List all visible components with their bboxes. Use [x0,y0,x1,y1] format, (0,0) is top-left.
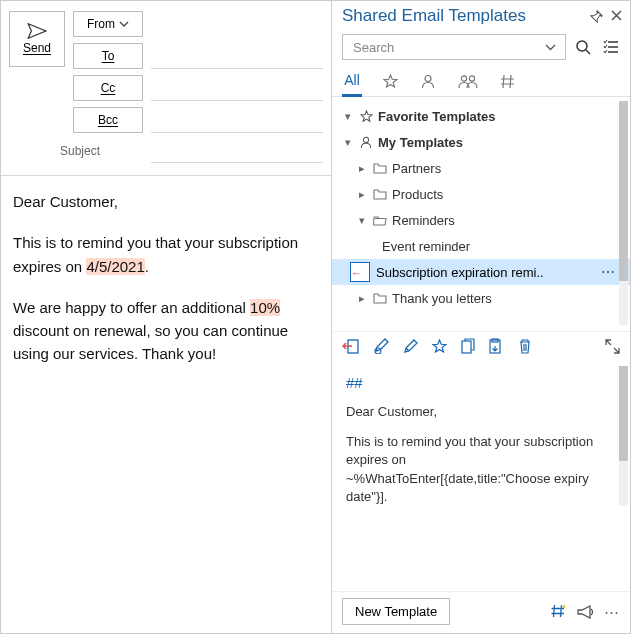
svg-point-2 [461,75,466,80]
chevron-down-icon: ▾ [356,214,368,227]
svg-point-1 [425,75,431,81]
tree-label: My Templates [378,135,630,150]
tree-node-my[interactable]: ▾ My Templates [332,129,630,155]
folder-open-icon [372,214,388,226]
tree-item-subscription-reminder[interactable]: ← Subscription expiration remi.. ⋯ [332,259,630,285]
people-icon [458,74,478,89]
search-icon[interactable] [572,36,594,58]
highlighted-percent: 10% [250,299,280,316]
svg-point-3 [469,75,474,80]
panel-header: Shared Email Templates [332,1,630,30]
tree-label: Products [392,187,630,202]
tree-item-event-reminder[interactable]: Event reminder [332,233,630,259]
send-label: Send [23,41,51,55]
tree-node-reminders[interactable]: ▾ Reminders [332,207,630,233]
tab-favorites[interactable] [380,70,400,95]
more-icon[interactable]: ⋯ [604,603,620,621]
copy-button[interactable] [461,338,475,354]
tree-label: Partners [392,161,630,176]
tree-node-products[interactable]: ▸ Products [332,181,630,207]
subject-input[interactable] [151,139,323,163]
tree-node-thankyou[interactable]: ▸ Thank you letters [332,285,630,311]
tab-personal[interactable] [418,70,438,95]
template-preview: ## Dear Customer, This is to remind you … [332,360,630,510]
edit-pen-button[interactable] [373,338,389,354]
email-body[interactable]: Dear Customer, This is to remind you tha… [1,176,331,633]
new-template-button[interactable]: New Template [342,598,450,625]
body-paragraph: This is to remind you that your subscrip… [13,231,319,278]
chevron-right-icon: ▸ [356,162,368,175]
body-text: discount on renewal, so you can continue… [13,322,288,362]
send-button[interactable]: Send [9,11,65,67]
search-input[interactable] [351,39,539,56]
scrollbar-thumb[interactable] [619,366,628,461]
person-icon [421,74,435,89]
close-icon[interactable] [611,10,622,23]
tab-hash[interactable] [498,70,518,95]
folder-icon [372,292,388,304]
tree-node-favorite[interactable]: ▾ Favorite Templates [332,103,630,129]
cc-input[interactable] [151,75,323,101]
tree-label: Reminders [392,213,630,228]
bcc-input[interactable] [151,107,323,133]
compose-pane: Send From To Cc Bcc [1,1,332,633]
chevron-down-icon: ▾ [342,136,354,149]
folder-icon [372,162,388,174]
tree-node-partners[interactable]: ▸ Partners [332,155,630,181]
insert-icon: ← [351,267,362,279]
chevron-down-icon: ▾ [342,110,354,123]
svg-point-0 [577,41,587,51]
hash-action-icon[interactable] [551,604,567,620]
tree-label: Thank you letters [392,291,630,306]
toolbar [332,331,630,360]
insert-button[interactable] [342,339,359,354]
tree-label: Subscription expiration remi.. [376,265,630,280]
to-input[interactable] [151,43,323,69]
chevron-down-icon [119,21,129,27]
person-icon [358,136,374,149]
chevron-down-icon[interactable] [539,36,561,58]
edit-button[interactable] [403,339,418,354]
preview-scrollbar[interactable] [619,366,628,506]
delete-button[interactable] [518,338,532,354]
preview-paragraph: Dear Customer, [346,403,614,421]
favorite-button[interactable] [432,339,447,354]
highlighted-date: 4/5/2021 [86,258,144,275]
from-label: From [87,17,115,31]
star-icon [358,110,374,123]
preview-hashes: ## [346,372,614,393]
bcc-label: Bcc [98,113,118,127]
compose-header: Send From To Cc Bcc [1,1,331,133]
body-text: We are happy to offer an additional [13,299,250,316]
pin-icon[interactable] [590,10,603,23]
tab-team[interactable] [456,70,480,95]
scrollbar-thumb[interactable] [619,101,628,281]
announce-icon[interactable] [577,605,594,619]
from-button[interactable]: From [73,11,143,37]
tree-container: ▾ Favorite Templates ▾ My Templates ▸ [332,97,630,331]
tree-scrollbar[interactable] [619,101,628,325]
cc-button[interactable]: Cc [73,75,143,101]
expand-button[interactable] [605,339,620,354]
chevron-right-icon: ▸ [356,292,368,305]
to-row: To [73,43,323,69]
search-row [332,30,630,66]
to-label: To [102,49,115,63]
bcc-button[interactable]: Bcc [73,107,143,133]
body-text: . [145,258,149,275]
bottom-bar: New Template ⋯ [332,591,630,633]
tab-all[interactable]: All [342,68,362,97]
search-box [342,34,566,60]
templates-panel: Shared Email Templates [332,1,630,633]
chevron-right-icon: ▸ [356,188,368,201]
to-button[interactable]: To [73,43,143,69]
star-icon [383,74,398,89]
hash-icon [501,74,515,89]
preview-paragraph: This is to remind you that your subscrip… [346,433,614,506]
more-icon[interactable]: ⋯ [601,264,616,280]
paste-button[interactable] [489,338,504,354]
settings-list-icon[interactable] [600,36,622,58]
cc-label: Cc [101,81,116,95]
preview-wrap: ## Dear Customer, This is to remind you … [332,360,630,591]
folder-icon [372,188,388,200]
